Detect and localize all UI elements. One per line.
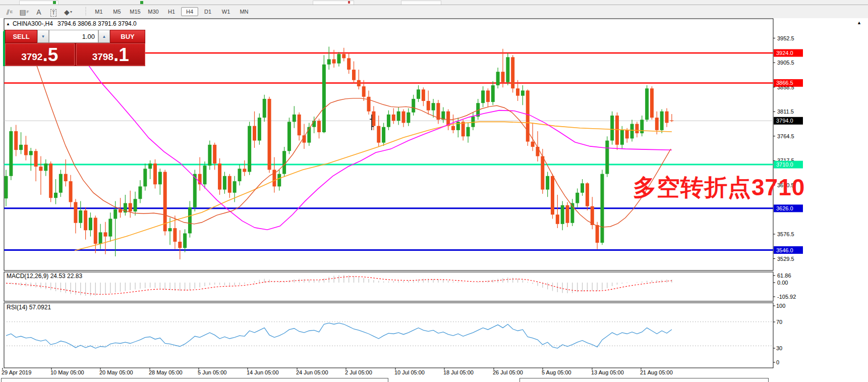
svg-text:61.86: 61.86 [777,272,791,279]
svg-text:3764.5: 3764.5 [777,133,794,139]
svg-text:3794.0: 3794.0 [776,118,793,124]
axis-scale-arrow-icon[interactable]: ▲ [857,20,861,25]
svg-text:100: 100 [776,303,785,309]
svg-text:10 May 05:00: 10 May 05:00 [50,369,84,375]
buy-price-frac: .1 [113,46,129,64]
one-click-trading-panel: SELL ▼ ▲ BUY 3792 .5 3798 .1 [4,30,145,66]
volume-increase-button[interactable]: ▲ [98,30,110,43]
svg-text:3529.5: 3529.5 [777,256,794,262]
buy-button[interactable]: BUY [110,30,145,43]
svg-text:70: 70 [776,319,782,325]
svg-text:0: 0 [776,359,779,365]
svg-text:3626.0: 3626.0 [776,205,793,211]
svg-text:3546.0: 3546.0 [776,247,793,253]
svg-text:3710.0: 3710.0 [776,161,793,168]
collapse-arrow-icon[interactable]: ▲ [6,22,10,26]
svg-text:3924.0: 3924.0 [776,50,793,56]
svg-text:3952.5: 3952.5 [777,35,794,41]
svg-text:10 Jul 05:00: 10 Jul 05:00 [394,369,425,375]
svg-text:29 Apr 2019: 29 Apr 2019 [2,369,31,375]
chart-text-annotation[interactable]: 多空转折点3710 [633,172,805,203]
sell-price-frac: .5 [42,46,58,64]
svg-text:14 Jun 05:00: 14 Jun 05:00 [247,369,279,375]
buy-price-int: 3798 [92,50,113,64]
svg-text:3576.5: 3576.5 [777,231,794,237]
svg-text:3905.5: 3905.5 [777,60,794,66]
svg-text:30: 30 [776,345,782,351]
spin-down-icon: ▼ [41,34,45,39]
sell-button[interactable]: SELL [5,30,37,43]
chart-symbol-period: CHINA300-,H4 [13,20,53,27]
svg-text:3866.5: 3866.5 [776,80,793,86]
svg-text:26 Jul 05:00: 26 Jul 05:00 [493,369,523,375]
svg-text:20 May 05:00: 20 May 05:00 [99,369,133,375]
sell-price-display[interactable]: 3792 .5 [5,43,75,66]
svg-text:5 Jun 05:00: 5 Jun 05:00 [198,369,227,375]
sell-price-int: 3792 [21,50,42,64]
svg-text:28 May 05:00: 28 May 05:00 [149,369,183,375]
svg-text:24 Jun 05:00: 24 Jun 05:00 [296,369,328,375]
svg-text:2 Jul 05:00: 2 Jul 05:00 [345,369,372,375]
chart-title-row: ▲ CHINA300-,H4 3794.6 3806.8 3791.6 3794… [6,20,137,27]
svg-text:RSI(14) 57.0921: RSI(14) 57.0921 [7,304,51,311]
svg-text:13 Aug 05:00: 13 Aug 05:00 [591,369,624,375]
svg-text:18 Jul 05:00: 18 Jul 05:00 [443,369,474,375]
svg-text:21 Aug 05:00: 21 Aug 05:00 [640,369,673,375]
volume-input[interactable] [49,30,98,43]
chart-ohlc-values: 3794.6 3806.8 3791.6 3794.0 [57,20,137,27]
svg-text:-105.92: -105.92 [777,294,796,300]
volume-decrease-button[interactable]: ▼ [37,30,49,43]
svg-text:5 Aug 05:00: 5 Aug 05:00 [542,369,571,375]
spin-up-icon: ▲ [102,34,106,39]
svg-text:0.00: 0.00 [777,280,788,286]
svg-text:3811.5: 3811.5 [777,108,794,115]
svg-text:MACD(12,26,9) 24.53 22.83: MACD(12,26,9) 24.53 22.83 [7,272,82,280]
buy-price-display[interactable]: 3798 .1 [76,43,146,66]
statusbar-sliver [2,378,769,382]
